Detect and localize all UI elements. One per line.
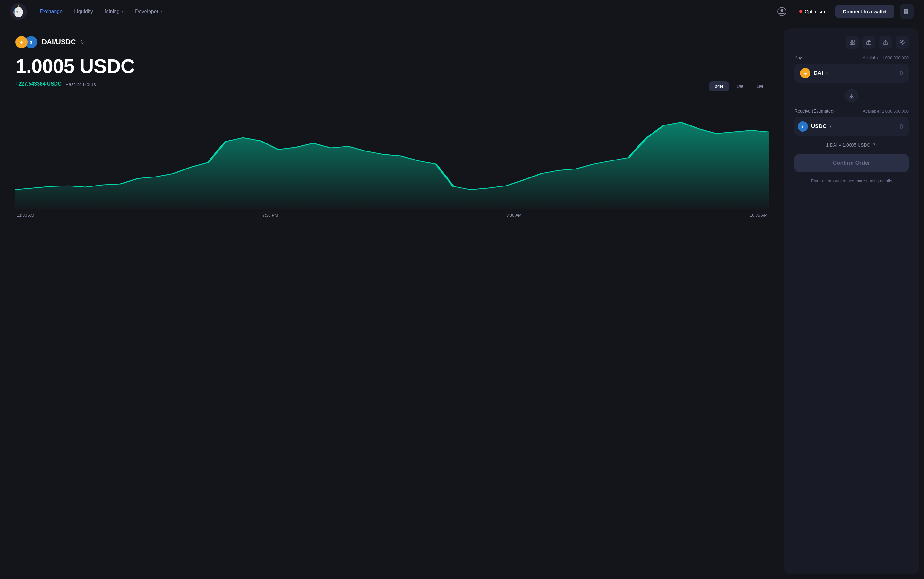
settings-icon (899, 39, 905, 45)
developer-chevron: ▾ (160, 9, 162, 13)
svg-text:$: $ (30, 41, 32, 44)
svg-rect-22 (850, 43, 852, 45)
price-display: 1.0005 USDC (15, 54, 769, 77)
price-change-label: Past 24 Hours (65, 82, 96, 87)
chart-header-row: +227.543364 USDC Past 24 Hours 24H 1W 1M (15, 81, 769, 97)
left-panel: ◈ $ DAI/USDC ↻ 1.0005 USDC +227.543364 U… (0, 23, 784, 579)
gift-icon (866, 39, 872, 45)
time-btn-1w[interactable]: 1W (731, 81, 749, 92)
receive-label: Receive (Estimated) (794, 108, 835, 114)
nav-right: Optimism Connect to a wallet (775, 5, 914, 19)
dai-icon: ◈ (15, 36, 28, 48)
pay-section: Pay Available: 1,000,000,000 ◈ DAI ▾ 0 (794, 55, 909, 83)
receive-input-row: $ USDC ▾ 0 (794, 117, 909, 136)
share-icon (883, 39, 888, 45)
mining-chevron: ▾ (122, 9, 124, 13)
network-status-dot (799, 10, 802, 13)
chart-labels: 11:30 AM 7:30 PM 3:30 AM 10:35 AM (15, 213, 769, 218)
nav-liquidity[interactable]: Liquidity (74, 9, 93, 15)
puzzle-icon (849, 39, 855, 45)
svg-text:◈: ◈ (20, 41, 23, 44)
chart-label-1: 7:30 PM (263, 213, 278, 218)
svg-rect-11 (906, 11, 908, 13)
svg-rect-14 (906, 13, 908, 14)
price-change-row: +227.543364 USDC Past 24 Hours (15, 81, 96, 87)
receive-label-row: Receive (Estimated) Available: 1,000,500… (794, 108, 909, 114)
user-icon (777, 7, 786, 16)
svg-rect-20 (850, 40, 852, 42)
pay-token-selector[interactable]: ◈ DAI ▾ (800, 68, 828, 79)
pay-token-name: DAI (814, 70, 823, 76)
pair-name: DAI/USDC (42, 38, 76, 46)
swap-arrow-container (794, 89, 909, 102)
pay-available[interactable]: Available: 1,000,000,000 (863, 56, 909, 61)
connect-wallet-button[interactable]: Connect to a wallet (835, 5, 895, 18)
pair-header: ◈ $ DAI/USDC ↻ (15, 36, 769, 48)
svg-point-2 (14, 7, 23, 17)
gift-button[interactable] (862, 36, 875, 49)
svg-text:◈: ◈ (804, 72, 807, 75)
apps-grid-button[interactable] (900, 5, 914, 19)
nav-links: Exchange Liquidity Mining ▾ Developer ▾ (40, 9, 775, 15)
receive-amount[interactable]: 0 (899, 123, 903, 130)
receive-token-selector[interactable]: $ USDC ▾ (800, 121, 832, 132)
pair-refresh-icon[interactable]: ↻ (80, 39, 85, 46)
svg-rect-23 (852, 43, 854, 45)
svg-rect-12 (909, 11, 909, 13)
chart-label-0: 11:30 AM (17, 213, 34, 218)
receive-available: Available: 1,000,500,000 (863, 109, 909, 114)
nav-developer[interactable]: Developer ▾ (135, 9, 162, 15)
rate-display: 1 DAI = 1.0005 USDC (826, 142, 870, 148)
svg-text:$: $ (802, 125, 803, 128)
svg-rect-8 (906, 9, 908, 11)
pay-label: Pay (794, 55, 802, 61)
navbar: Exchange Liquidity Mining ▾ Developer ▾ … (0, 0, 924, 23)
svg-point-28 (901, 41, 903, 43)
pay-label-row: Pay Available: 1,000,000,000 (794, 55, 909, 61)
chart-label-2: 3:30 AM (506, 213, 522, 218)
chart-time-controls: 24H 1W 1M (709, 81, 769, 92)
svg-point-6 (780, 9, 783, 12)
settings-button[interactable] (896, 36, 909, 49)
grid-icon (903, 8, 910, 15)
svg-rect-13 (904, 13, 906, 14)
network-name: Optimism (805, 9, 825, 14)
nav-mining[interactable]: Mining ▾ (104, 9, 124, 15)
trading-hint: Enter an amount to see more trading deta… (794, 178, 909, 183)
svg-rect-10 (904, 11, 906, 13)
time-btn-24h[interactable]: 24H (709, 81, 729, 92)
receive-token-chevron: ▾ (830, 124, 832, 129)
chart-label-3: 10:35 AM (750, 213, 767, 218)
swap-down-icon (849, 93, 854, 98)
user-profile-button[interactable] (775, 5, 789, 19)
receive-token-icon: $ (798, 121, 808, 132)
plugin-button[interactable] (846, 36, 859, 49)
swap-tools (794, 36, 909, 49)
svg-rect-7 (904, 9, 906, 11)
nav-exchange[interactable]: Exchange (40, 9, 62, 15)
pay-token-icon: ◈ (800, 68, 810, 79)
receive-section: Receive (Estimated) Available: 1,000,500… (794, 108, 909, 136)
pay-token-chevron: ▾ (826, 71, 828, 75)
pay-amount[interactable]: 0 (899, 70, 903, 77)
svg-rect-9 (909, 9, 909, 11)
pay-input-row: ◈ DAI ▾ 0 (794, 64, 909, 83)
svg-rect-21 (852, 40, 854, 42)
coin-icons: ◈ $ (15, 36, 37, 48)
rate-refresh-icon[interactable]: ↻ (873, 142, 877, 148)
time-btn-1m[interactable]: 1M (751, 81, 769, 92)
svg-point-4 (17, 11, 18, 11)
unicorn-logo (10, 3, 27, 20)
price-chart (15, 100, 769, 209)
main-content: ◈ $ DAI/USDC ↻ 1.0005 USDC +227.543364 U… (0, 23, 924, 579)
logo[interactable] (10, 3, 27, 20)
share-button[interactable] (879, 36, 892, 49)
confirm-order-button[interactable]: Confirm Order (794, 154, 909, 172)
network-badge[interactable]: Optimism (794, 6, 830, 17)
swap-direction-button[interactable] (845, 89, 858, 102)
price-change-value: +227.543364 USDC (15, 81, 62, 87)
svg-rect-15 (909, 13, 909, 14)
rate-row: 1 DAI = 1.0005 USDC ↻ (794, 142, 909, 148)
svg-point-3 (17, 11, 18, 12)
chart-area (15, 100, 769, 209)
